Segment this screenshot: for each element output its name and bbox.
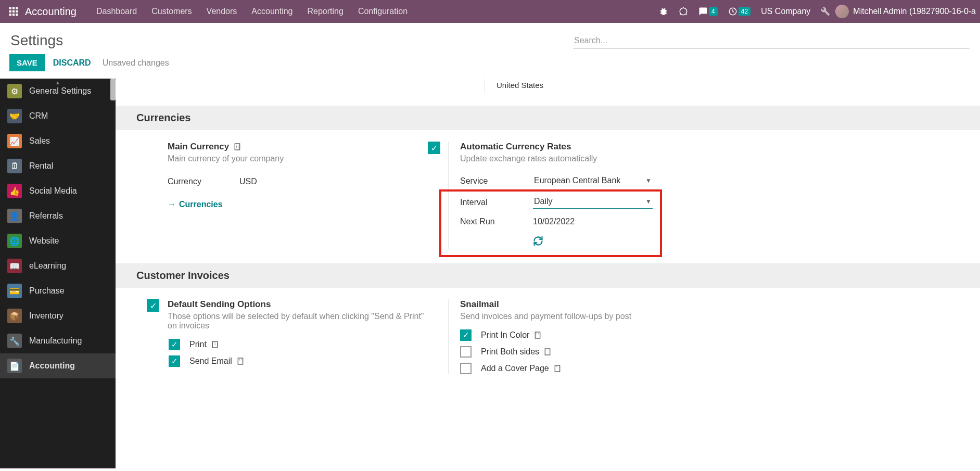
arrow-right-icon: → [168,200,176,209]
svg-rect-7 [12,14,15,16]
doc-icon: 📄 [7,359,22,373]
svg-rect-35 [555,365,559,372]
user-name: Mitchell Admin (19827900-16-0-a [853,7,976,16]
currency-value[interactable]: USD [239,177,257,186]
nav-configuration[interactable]: Configuration [358,7,408,16]
building-icon [543,348,552,356]
sidebar-scrollbar[interactable] [110,79,116,100]
tools-icon[interactable] [821,7,830,16]
nav-accounting[interactable]: Accounting [251,7,292,16]
top-navbar: Accounting Dashboard Customers Vendors A… [0,0,980,23]
svg-rect-6 [9,14,11,16]
messages-icon[interactable]: 4 [698,7,718,16]
svg-point-9 [680,8,687,15]
box-icon: 📦 [7,309,22,323]
discard-button[interactable]: DISCARD [53,58,91,68]
sidebar-item-accounting[interactable]: 📄Accounting [0,353,116,378]
sidebar-item-label: eLearning [29,261,66,271]
auto-rates-desc: Update exchange rates automatically [460,154,964,163]
print-color-checkbox[interactable]: ✓ [460,329,472,341]
sidebar-item-label: Website [29,236,59,246]
nav-customers[interactable]: Customers [151,7,192,16]
svg-rect-28 [536,332,540,338]
page-header: Settings [0,23,980,49]
svg-rect-11 [235,144,239,150]
wrench-icon: 🔧 [7,334,22,348]
gear-icon: ⚙ [7,84,22,98]
nextrun-value[interactable]: 10/02/2022 [533,217,575,226]
action-bar: SAVE DISCARD Unsaved changes [0,49,980,79]
print-label: Print [189,340,219,349]
globe-icon: 🌐 [7,234,22,248]
default-sending-desc: Those options will be selected by defaul… [168,312,435,330]
unsaved-indicator: Unsaved changes [103,58,169,68]
sidebar-item-label: Referrals [29,211,63,221]
currencies-link[interactable]: → Currencies [168,200,223,209]
caret-down-icon: ▼ [645,177,652,184]
print-both-label: Print Both sides [481,347,552,357]
cover-page-label: Add a Cover Page [481,364,562,373]
sidebar-item-social-media[interactable]: 👍Social Media [0,179,116,203]
auto-rates-title: Automatic Currency Rates [460,142,964,152]
service-select[interactable]: European Central Bank ▼ [533,175,653,187]
svg-rect-4 [12,10,15,12]
person-icon: 👤 [7,209,22,223]
sidebar-item-website[interactable]: 🌐Website [0,228,116,253]
nav-vendors[interactable]: Vendors [207,7,237,16]
cover-page-checkbox[interactable] [460,363,472,374]
svg-rect-8 [16,14,18,16]
interval-select[interactable]: Daily ▼ [533,196,653,209]
page-title: Settings [10,32,63,49]
print-checkbox[interactable]: ✓ [169,339,180,350]
company-switcher[interactable]: US Company [761,7,810,16]
building-icon [553,364,562,373]
scroll-up-icon[interactable]: ▲ [55,80,60,85]
activities-icon[interactable]: 42 [728,7,750,16]
svg-rect-3 [9,10,11,12]
settings-sidebar: ▲ ⚙General Settings🤝CRM📈Sales🗓Rental👍Soc… [0,79,116,468]
nav-reporting[interactable]: Reporting [308,7,343,16]
caret-down-icon: ▼ [645,198,652,205]
sidebar-item-label: Sales [29,136,50,146]
svg-rect-5 [16,10,18,12]
print-both-checkbox[interactable] [460,346,472,358]
sidebar-item-elearning[interactable]: 📖eLearning [0,253,116,278]
svg-rect-2 [16,7,18,9]
building-icon [211,340,219,349]
sidebar-item-sales[interactable]: 📈Sales [0,129,116,154]
save-button[interactable]: SAVE [9,54,45,71]
send-email-checkbox[interactable]: ✓ [169,355,180,367]
calendar-icon: 🗓 [7,159,22,173]
apps-icon[interactable] [8,6,19,17]
svg-rect-0 [9,7,11,9]
settings-content: United States Currencies Main Currency M… [116,79,980,468]
building-icon [236,357,245,365]
refresh-icon[interactable] [533,236,543,249]
sidebar-item-manufacturing[interactable]: 🔧Manufacturing [0,328,116,353]
currency-label: Currency [168,177,239,186]
nav-dashboard[interactable]: Dashboard [96,7,137,16]
svg-rect-18 [212,341,217,348]
sidebar-item-label: General Settings [29,86,91,96]
sidebar-item-label: CRM [29,111,48,121]
sidebar-item-purchase[interactable]: 💳Purchase [0,278,116,303]
svg-rect-1 [12,7,15,9]
svg-rect-32 [545,349,550,355]
book-icon: 📖 [7,259,22,273]
default-sending-checkbox[interactable]: ✓ [147,299,159,312]
sidebar-item-rental[interactable]: 🗓Rental [0,154,116,179]
sidebar-item-crm[interactable]: 🤝CRM [0,104,116,129]
snailmail-desc: Send invoices and payment follow-ups by … [460,312,964,321]
debug-icon[interactable] [659,7,668,16]
app-brand[interactable]: Accounting [25,6,77,18]
auto-rates-checkbox[interactable]: ✓ [428,142,440,154]
country-value: United States [497,81,543,90]
search-input[interactable] [573,33,970,49]
interval-label: Interval [460,198,533,207]
card-icon: 💳 [7,284,22,298]
user-menu[interactable]: Mitchell Admin (19827900-16-0-a [835,5,976,18]
building-icon [233,143,241,151]
support-icon[interactable] [679,7,688,16]
sidebar-item-inventory[interactable]: 📦Inventory [0,303,116,328]
sidebar-item-referrals[interactable]: 👤Referrals [0,203,116,228]
